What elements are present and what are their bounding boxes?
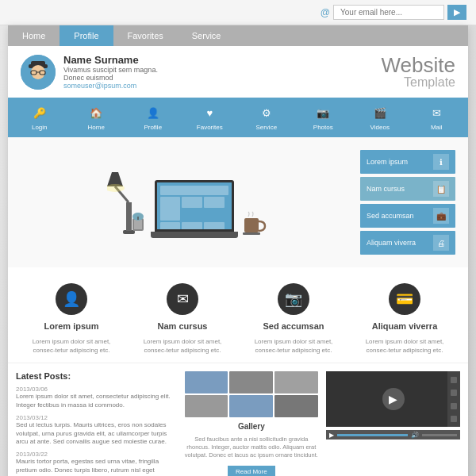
- profile-icon: 👤: [144, 104, 162, 121]
- sidebar-btn-lorem-label: Lorem ipsum: [367, 158, 408, 166]
- website-title: Website Template: [382, 55, 455, 90]
- svg-rect-17: [244, 218, 259, 232]
- gallery-img-2: [229, 371, 273, 393]
- play-button[interactable]: ▶: [382, 388, 405, 410]
- nav-photos[interactable]: 📷 Photos: [303, 104, 343, 131]
- nav-home[interactable]: 🏠 Home: [76, 104, 116, 131]
- post-text-2: Sed ut lectus turpis. Mauris ultrices, e…: [16, 421, 177, 446]
- nav-profile-label: Profile: [144, 124, 162, 131]
- read-more-button[interactable]: Read More: [228, 466, 275, 476]
- video-controls: ▶ 🔊: [326, 430, 460, 440]
- sidebar-btn-aliquam[interactable]: Aliquam viverra 🖨: [360, 231, 455, 255]
- nav-tabs: Home Profile Favorites Service: [8, 25, 468, 46]
- svg-rect-9: [126, 202, 132, 231]
- feature-icon-lorem: 👤: [56, 283, 87, 315]
- videos-icon: 🎬: [371, 104, 389, 121]
- icon-nav: 🔑 Login 🏠 Home 👤 Profile ♥ Favorites ⚙ S…: [8, 98, 468, 137]
- sidebar-dot-2: [451, 390, 457, 396]
- progress-bar[interactable]: [337, 434, 408, 436]
- video-player[interactable]: ▶: [326, 371, 460, 427]
- feature-lorem: 👤 Lorem ipsum Lorem ipsum dolor sit amet…: [22, 283, 120, 355]
- feature-aliquam: 💳 Aliquam viverra Lorem ipsum dolor sit …: [355, 283, 453, 355]
- latest-posts: Latest Posts: 2013/03/06 Lorem ipsum dol…: [16, 371, 177, 476]
- feature-icon-nam: ✉: [167, 283, 198, 315]
- sidebar-buttons: Lorem ipsum ℹ Nam cursus 📋 Sed accumsan …: [360, 150, 455, 255]
- nav-videos-label: Videos: [370, 124, 390, 131]
- nav-login[interactable]: 🔑 Login: [20, 104, 60, 131]
- print-icon: 🖨: [433, 235, 449, 251]
- feature-text-lorem: Lorem ipsum dolor sit amet, consec-tetur…: [22, 337, 120, 355]
- profile-header: Name Surname Vivamus suscipit sem magna.…: [8, 46, 468, 98]
- photos-icon: 📷: [314, 104, 332, 121]
- gallery-img-6: [274, 395, 318, 417]
- feature-sed: 📷 Sed accumsan Lorem ipsum dolor sit ame…: [244, 283, 342, 355]
- sidebar-dot-1: [451, 377, 457, 383]
- gallery-img-3: [274, 371, 318, 393]
- email-input[interactable]: [333, 5, 444, 20]
- gallery-img-4: [185, 395, 228, 417]
- main-container: Home Profile Favorites Service: [8, 25, 468, 476]
- sidebar-dot-3: [451, 403, 457, 409]
- service-icon: ⚙: [258, 104, 275, 121]
- nav-mail-label: Mail: [431, 124, 443, 131]
- feature-title-nam: Nam cursus: [158, 321, 208, 331]
- sidebar-btn-lorem[interactable]: Lorem ipsum ℹ: [360, 150, 455, 174]
- gallery-img-1: [185, 371, 228, 393]
- lamp-illustration: [107, 171, 151, 238]
- post-date-1: 2013/03/06: [16, 386, 177, 393]
- volume-bar[interactable]: [422, 434, 457, 436]
- volume-icon[interactable]: 🔊: [411, 432, 419, 439]
- laptop-base: [151, 232, 238, 238]
- nav-videos[interactable]: 🎬 Videos: [360, 104, 400, 131]
- post-text-3: Mauris tortor porta, egestas sed urna vi…: [16, 458, 177, 476]
- feature-icon-aliquam: 💳: [389, 283, 420, 315]
- feature-nam: ✉ Nam cursus Lorem ipsum dolor sit amet,…: [133, 283, 231, 355]
- hero-section: Lorem ipsum ℹ Nam cursus 📋 Sed accumsan …: [8, 137, 468, 267]
- email-bar: @ ▶: [0, 0, 476, 25]
- post-text-1: Lorem ipsum dolor sit amet, consectetur …: [16, 393, 177, 409]
- coffee-cup: [243, 210, 267, 238]
- mail-icon: ✉: [428, 104, 445, 121]
- sidebar-btn-nam[interactable]: Nam cursus 📋: [360, 177, 455, 201]
- post-item-1: 2013/03/06 Lorem ipsum dolor sit amet, c…: [16, 386, 177, 409]
- nav-service-label: Service: [255, 124, 277, 131]
- nav-profile[interactable]: 👤 Profile: [133, 104, 173, 131]
- list-icon: 📋: [433, 181, 449, 197]
- feature-title-lorem: Lorem ipsum: [44, 321, 98, 331]
- video-sidebar: [447, 371, 460, 427]
- tab-service[interactable]: Service: [178, 25, 236, 46]
- profile-email: someuser@ipsum.com: [63, 82, 158, 90]
- feature-text-aliquam: Lorem ipsum dolor sit amet, consec-tetur…: [355, 337, 453, 355]
- favorites-icon: ♥: [201, 104, 218, 121]
- gallery-text: Sed faucibus ante a nisi sollicitudin gr…: [185, 436, 319, 459]
- sidebar-btn-sed-label: Sed accumsan: [367, 212, 414, 220]
- latest-posts-heading: Latest Posts:: [16, 371, 177, 381]
- bottom-section: Latest Posts: 2013/03/06 Lorem ipsum dol…: [8, 363, 468, 476]
- profile-name: Name Surname: [63, 54, 158, 66]
- tab-profile[interactable]: Profile: [60, 25, 113, 46]
- login-icon: 🔑: [31, 104, 48, 121]
- post-item-2: 2013/03/12 Sed ut lectus turpis. Mauris …: [16, 414, 177, 446]
- tab-favorites[interactable]: Favorites: [113, 25, 178, 46]
- nav-favorites[interactable]: ♥ Favorites: [190, 104, 229, 131]
- website-name: Website: [382, 55, 455, 75]
- feature-title-sed: Sed accumsan: [263, 321, 324, 331]
- laptop-illustration: [151, 180, 238, 238]
- feature-icon-sed: 📷: [278, 283, 309, 315]
- nav-mail[interactable]: ✉ Mail: [416, 104, 456, 131]
- nav-photos-label: Photos: [313, 124, 333, 131]
- nav-service[interactable]: ⚙ Service: [247, 104, 286, 131]
- post-date-2: 2013/03/12: [16, 414, 177, 421]
- email-send-button[interactable]: ▶: [447, 5, 466, 20]
- sidebar-btn-aliquam-label: Aliquam viverra: [367, 239, 416, 247]
- nav-login-label: Login: [32, 124, 48, 131]
- gallery-images: [185, 371, 319, 417]
- sidebar-btn-sed[interactable]: Sed accumsan 💼: [360, 204, 455, 228]
- play-control-icon[interactable]: ▶: [329, 432, 334, 439]
- feature-title-aliquam: Aliquam viverra: [372, 321, 438, 331]
- tab-home[interactable]: Home: [8, 25, 60, 46]
- sidebar-btn-nam-label: Nam cursus: [367, 185, 405, 193]
- laptop-screen: [155, 180, 234, 232]
- sidebar-dot-4: [451, 416, 457, 422]
- video-section: ▶ ▶ 🔊: [326, 371, 460, 476]
